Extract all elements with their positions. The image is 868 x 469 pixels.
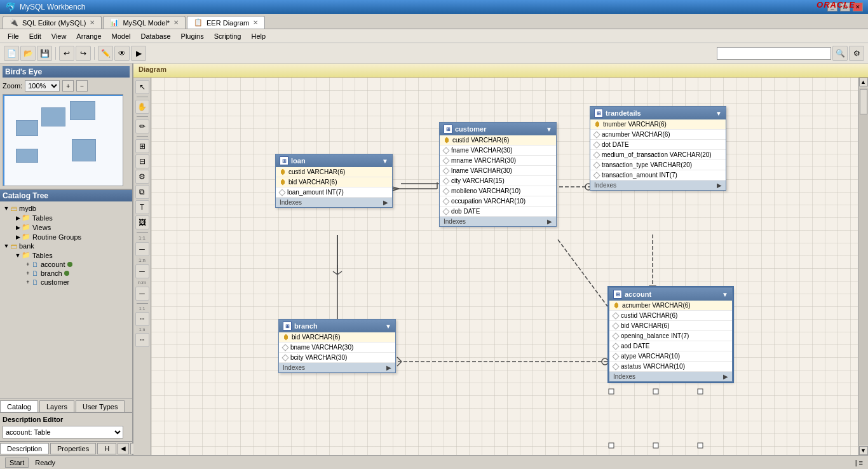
tree-mydb-expand[interactable]: ▼	[3, 205, 10, 212]
er-table-trandetails[interactable]: ⊞ trandetails ▼ tnumber VARCHAR(6) acnum…	[590, 106, 726, 191]
toolbar-run[interactable]: ▶	[131, 46, 146, 61]
tree-mydb-routines[interactable]: ▶ 📁 Routine Groups	[1, 232, 131, 241]
tool-rel-nm[interactable]: ─	[135, 287, 149, 301]
menu-arrange[interactable]: Arrange	[71, 31, 106, 41]
scroll-thumb[interactable]	[860, 89, 867, 114]
toolbar-view[interactable]: 👁	[114, 46, 130, 61]
tool-layer[interactable]: ⧉	[135, 185, 149, 199]
tree-mydb-routines-expand[interactable]: ▶	[14, 234, 22, 240]
tool-select[interactable]: ↖	[135, 80, 149, 94]
zoom-out-btn[interactable]: −	[76, 80, 88, 92]
toolbar-redo[interactable]: ↪	[76, 46, 91, 61]
tree-bank-customer[interactable]: + 🗋 customer	[1, 278, 131, 287]
tool-text[interactable]: T	[135, 200, 149, 214]
account-indexes-label: Indexes	[613, 373, 635, 380]
customer-dropdown-icon[interactable]: ▼	[546, 126, 552, 133]
tool-rel-1nb[interactable]: ┄	[135, 333, 149, 347]
scroll-down-btn[interactable]: ▼	[859, 446, 868, 455]
tree-mydb-tables[interactable]: ▶ 📁 Tables	[1, 213, 131, 222]
vertical-scrollbar[interactable]: ▲ ▼	[858, 78, 868, 455]
menu-scripting[interactable]: Scripting	[209, 31, 247, 41]
trandetails-dropdown-icon[interactable]: ▼	[715, 110, 722, 117]
er-table-branch[interactable]: ⊞ branch ▼ bid VARCHAR(6) bname VARCHAR(…	[278, 319, 396, 373]
er-table-trandetails-header: ⊞ trandetails ▼	[590, 107, 726, 119]
tab-eer-diagram[interactable]: 📋 EER Diagram ✕	[187, 16, 265, 29]
loan-dropdown-icon[interactable]: ▼	[382, 158, 388, 165]
menu-model[interactable]: Model	[107, 31, 136, 41]
tab-eer-close[interactable]: ✕	[253, 19, 258, 26]
customer-indexes-arrow[interactable]: ▶	[547, 218, 552, 225]
toolbar-new[interactable]: 📄	[4, 46, 19, 61]
tree-mydb[interactable]: ▼ 🗃 mydb	[1, 204, 131, 213]
tool-hand[interactable]: ✋	[135, 100, 149, 114]
tree-bank-expand[interactable]: ▼	[3, 243, 10, 249]
btab-user-types[interactable]: User Types	[76, 400, 125, 412]
bpanel-description[interactable]: Description	[0, 443, 49, 454]
branch-indexes[interactable]: Indexes ▶	[279, 363, 395, 372]
toolbar-undo[interactable]: ↩	[59, 46, 74, 61]
er-table-customer[interactable]: ⊞ customer ▼ custid VARCHAR(6) fname VAR…	[439, 122, 557, 227]
tree-mydb-views[interactable]: ▶ 📁 Views	[1, 222, 131, 232]
tree-bank-account[interactable]: + 🗋 account	[1, 260, 131, 269]
toolbar-save[interactable]: 💾	[37, 46, 52, 61]
tree-bank-account-expand[interactable]: +	[24, 261, 32, 268]
er-table-account[interactable]: ⊞ account ▼ acnumber VARCHAR(6) custid V…	[609, 287, 733, 382]
tab-sql-editor[interactable]: 🔌 SQL Editor (MySQL) ✕	[3, 16, 102, 29]
branch-dropdown-icon[interactable]: ▼	[385, 323, 391, 330]
diagram-canvas[interactable]: ⊞ loan ▼ custid VARCHAR(6) bid VARCHAR(6…	[151, 78, 858, 455]
tree-bank-tables-expand[interactable]: ▼	[14, 252, 22, 259]
menu-database[interactable]: Database	[135, 31, 175, 41]
trandetails-indexes[interactable]: Indexes ▶	[590, 180, 726, 190]
account-indexes[interactable]: Indexes ▶	[609, 372, 732, 381]
tool-rel-11b[interactable]: ┄	[135, 312, 149, 326]
tree-bank-tables[interactable]: ▼ 📁 Tables	[1, 250, 131, 260]
btab-layers[interactable]: Layers	[39, 400, 74, 412]
btab-catalog[interactable]: Catalog	[0, 400, 38, 412]
palette-sep2	[137, 116, 148, 117]
tree-mydb-tables-expand[interactable]: ▶	[14, 215, 22, 221]
oracle-logo: ORACLE	[817, 0, 855, 10]
account-indexes-arrow[interactable]: ▶	[723, 373, 728, 380]
loan-indexes-arrow[interactable]: ▶	[383, 199, 388, 206]
tool-rel-11[interactable]: ─	[135, 242, 149, 256]
account-dropdown-icon[interactable]: ▼	[722, 291, 728, 298]
tree-bank-branch-expand[interactable]: +	[24, 270, 32, 276]
tool-view[interactable]: ⊟	[135, 154, 149, 168]
menu-help[interactable]: Help	[246, 31, 271, 41]
customer-indexes[interactable]: Indexes ▶	[440, 217, 556, 226]
tool-rel-1n[interactable]: ─	[135, 264, 149, 278]
branch-indexes-arrow[interactable]: ▶	[386, 364, 391, 371]
scroll-track[interactable]	[859, 88, 868, 445]
zoom-in-btn[interactable]: +	[62, 80, 74, 92]
menu-file[interactable]: File	[3, 31, 24, 41]
trandetails-indexes-arrow[interactable]: ▶	[717, 182, 722, 189]
menu-plugins[interactable]: Plugins	[176, 31, 209, 41]
tool-table[interactable]: ⊞	[135, 139, 149, 153]
tool-routine[interactable]: ⚙	[135, 170, 149, 184]
toolbar-edit[interactable]: ✏️	[98, 46, 113, 61]
customer-field-custid: custid VARCHAR(6)	[440, 135, 556, 146]
tab-mysql-model[interactable]: 📊 MySQL Model* ✕	[103, 16, 186, 29]
tree-mydb-views-expand[interactable]: ▶	[14, 224, 22, 231]
tree-bank-customer-expand[interactable]: +	[24, 279, 32, 285]
tool-image[interactable]: 🖼	[135, 215, 149, 229]
zoom-select[interactable]: 100% 75% 50% 150%	[25, 80, 60, 92]
bpanel-h[interactable]: H	[97, 443, 116, 454]
search-btn[interactable]: 🔍	[832, 46, 848, 61]
tab-model-close[interactable]: ✕	[173, 19, 179, 26]
er-table-loan[interactable]: ⊞ loan ▼ custid VARCHAR(6) bid VARCHAR(6…	[275, 154, 393, 208]
tree-bank-branch[interactable]: + 🗋 branch	[1, 269, 131, 278]
tab-sql-close[interactable]: ✕	[90, 19, 95, 26]
nav-left-btn[interactable]: ◀	[118, 443, 129, 454]
loan-indexes[interactable]: Indexes ▶	[276, 198, 392, 207]
menu-edit[interactable]: Edit	[24, 31, 46, 41]
bpanel-properties[interactable]: Properties	[50, 443, 96, 454]
tree-bank[interactable]: ▼ 🗃 bank	[1, 241, 131, 250]
search-input[interactable]	[717, 47, 831, 60]
scroll-up-btn[interactable]: ▲	[859, 78, 868, 86]
desc-select[interactable]: account: Table	[3, 426, 123, 438]
config-btn[interactable]: ⚙	[849, 46, 864, 61]
toolbar-open[interactable]: 📂	[20, 46, 36, 61]
menu-view[interactable]: View	[46, 31, 72, 41]
tool-pencil[interactable]: ✏	[135, 119, 149, 133]
